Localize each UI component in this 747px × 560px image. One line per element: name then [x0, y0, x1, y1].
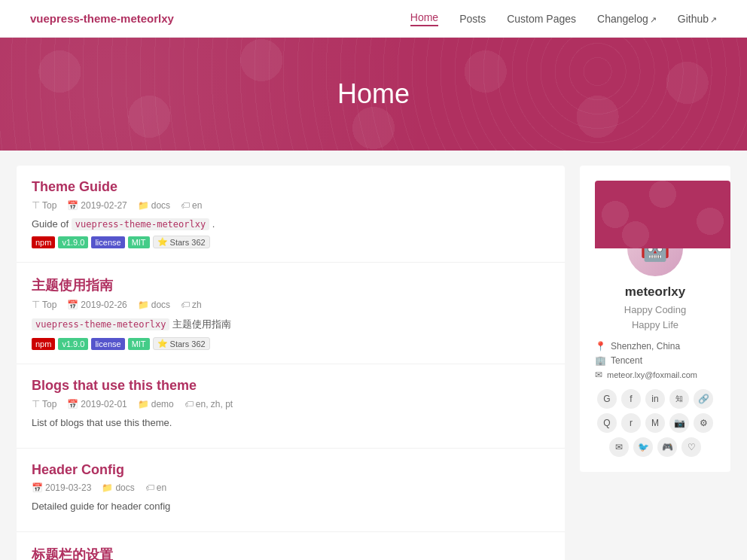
profile-bio: Happy Coding Happy Life — [595, 303, 715, 332]
desc-simple: List of blogs that use this theme. — [32, 417, 172, 428]
meta-top: ⊤ Top — [32, 299, 56, 310]
github-icon: ⭐ — [157, 237, 168, 247]
bio-line2: Happy Life — [595, 318, 715, 333]
social-twitter-icon[interactable]: 🐦 — [633, 437, 653, 457]
social-instagram-icon[interactable]: 📷 — [669, 413, 689, 433]
profile-username: meteorlxy — [595, 285, 715, 300]
bio-line1: Happy Coding — [595, 303, 715, 318]
avatar-container: 🤖 — [595, 248, 715, 278]
meta-category: 📁 docs — [138, 300, 170, 310]
location-item: 📍 Shenzhen, China — [595, 341, 715, 352]
meta-tag-value: en, zh, pt — [196, 399, 233, 409]
tag-icon: 🏷 — [181, 300, 190, 310]
meta-cat-value: docs — [115, 482, 134, 493]
meta-top: ⊤ Top — [32, 199, 56, 211]
meta-date: 📅 2019-02-27 — [67, 200, 127, 211]
post-desc: Detailed guide for header config — [32, 501, 550, 512]
calendar-icon: 📅 — [67, 200, 78, 211]
nav-link-changelog[interactable]: Changelog — [597, 13, 657, 25]
github-icon: ⭐ — [157, 339, 168, 348]
social-linkedin-icon[interactable]: in — [645, 389, 665, 409]
folder-icon: 📁 — [138, 399, 149, 409]
social-reddit-icon[interactable]: r — [621, 413, 641, 433]
top-icon: ⊤ — [32, 398, 40, 409]
sidebar: 🤖 meteorlxy Happy Coding Happy Life 📍 Sh… — [580, 166, 730, 560]
post-title[interactable]: Header Config — [32, 462, 550, 478]
meta-tag-value: en — [157, 482, 166, 493]
stars-count: 362 — [191, 238, 205, 247]
social-icons: G f in 知 🔗 Q r M 📷 ⚙ ✉ 🐦 🎮 ♡ — [595, 389, 715, 457]
social-link-icon[interactable]: 🔗 — [694, 389, 713, 409]
post-title[interactable]: Blogs that use this theme — [32, 378, 550, 394]
meta-top-label: Top — [42, 399, 56, 409]
desc-suffix: . — [212, 218, 215, 230]
post-desc: vuepress-theme-meteorlxy 主题使用指南 — [32, 318, 550, 331]
post-badges: npm v1.9.0 license MIT ⭐ Stars 362 — [32, 236, 550, 248]
stars-label: Stars — [170, 339, 190, 348]
calendar-icon: 📅 — [32, 482, 43, 493]
meta-top-label: Top — [42, 300, 56, 310]
company-item: 🏢 Tencent — [595, 355, 715, 366]
nav-link-home[interactable]: Home — [410, 11, 438, 26]
meta-cat-value: docs — [151, 200, 170, 211]
meta-date-value: 2019-02-01 — [81, 399, 127, 409]
top-icon: ⊤ — [32, 199, 40, 211]
meta-date: 📅 2019-02-01 — [67, 399, 127, 409]
location-value: Shenzhen, China — [611, 341, 680, 352]
social-settings-icon[interactable]: ⚙ — [694, 413, 713, 433]
social-facebook-icon[interactable]: f — [621, 389, 641, 409]
top-icon: ⊤ — [32, 299, 40, 310]
stars-badge: ⭐ Stars 362 — [153, 337, 210, 350]
stars-count: 362 — [191, 339, 205, 348]
social-mail-icon[interactable]: ✉ — [609, 437, 629, 457]
post-badges: npm v1.9.0 license MIT ⭐ Stars 362 — [32, 337, 550, 350]
post-title[interactable]: Theme Guide — [32, 179, 550, 195]
meta-cat-value: docs — [151, 300, 170, 310]
nav-link-posts[interactable]: Posts — [459, 13, 486, 25]
avatar-background — [595, 181, 730, 248]
meta-top-label: Top — [42, 200, 56, 211]
version-badge: v1.9.0 — [58, 236, 88, 248]
nav-brand[interactable]: vuepress-theme-meteorlxy — [30, 12, 174, 25]
meta-date: 📅 2019-02-26 — [67, 300, 127, 310]
sidebar-card: 🤖 meteorlxy Happy Coding Happy Life 📍 Sh… — [580, 166, 730, 472]
stars-label: Stars — [170, 238, 190, 247]
social-medium-icon[interactable]: M — [645, 413, 665, 433]
avatar-bg-pattern — [595, 181, 730, 248]
meta-tag: 🏷 en — [181, 200, 202, 211]
social-heart-icon[interactable]: ♡ — [681, 437, 701, 457]
folder-icon: 📁 — [102, 482, 113, 493]
navbar: vuepress-theme-meteorlxy Home Posts Cust… — [0, 0, 747, 38]
post-desc: Guide of vuepress-theme-meteorlxy . — [32, 218, 550, 230]
calendar-icon: 📅 — [67, 300, 78, 310]
post-title[interactable]: 标题栏的设置 — [32, 546, 550, 560]
tag-icon: 🏷 — [181, 200, 190, 211]
hero-title: Home — [337, 78, 410, 110]
social-zhihu-icon[interactable]: 知 — [669, 389, 689, 409]
desc-prefix: Guide of — [32, 218, 69, 230]
nav-link-github[interactable]: Github — [678, 13, 717, 25]
folder-icon: 📁 — [138, 300, 149, 310]
meta-category: 📁 docs — [102, 482, 134, 493]
meta-tag: 🏷 en, zh, pt — [184, 399, 233, 409]
mit-badge: MIT — [128, 338, 150, 350]
meta-date-value: 2019-02-27 — [81, 200, 127, 211]
meta-date-value: 2019-03-23 — [45, 482, 91, 493]
social-github-icon[interactable]: G — [597, 389, 617, 409]
social-game-icon[interactable]: 🎮 — [657, 437, 677, 457]
meta-cat-value: demo — [151, 399, 174, 409]
meta-date-value: 2019-02-26 — [81, 300, 127, 310]
npm-badge: npm — [32, 236, 55, 248]
post-meta: 📅 2019-03-23 📁 docs 🏷 en — [32, 482, 550, 493]
folder-icon: 📁 — [138, 200, 149, 211]
meta-tag: 🏷 en — [145, 482, 166, 493]
main-content: Theme Guide ⊤ Top 📅 2019-02-27 📁 docs — [17, 166, 565, 560]
post-meta: ⊤ Top 📅 2019-02-27 📁 docs 🏷 en — [32, 199, 550, 211]
social-qq-icon[interactable]: Q — [597, 413, 617, 433]
nav-link-custom-pages[interactable]: Custom Pages — [507, 13, 576, 25]
post-title[interactable]: 主题使用指南 — [32, 276, 550, 294]
desc-suffix2: 主题使用指南 — [172, 318, 231, 330]
email-icon: ✉ — [595, 370, 602, 380]
company-value: Tencent — [611, 355, 642, 366]
tag-icon: 🏷 — [145, 482, 154, 493]
